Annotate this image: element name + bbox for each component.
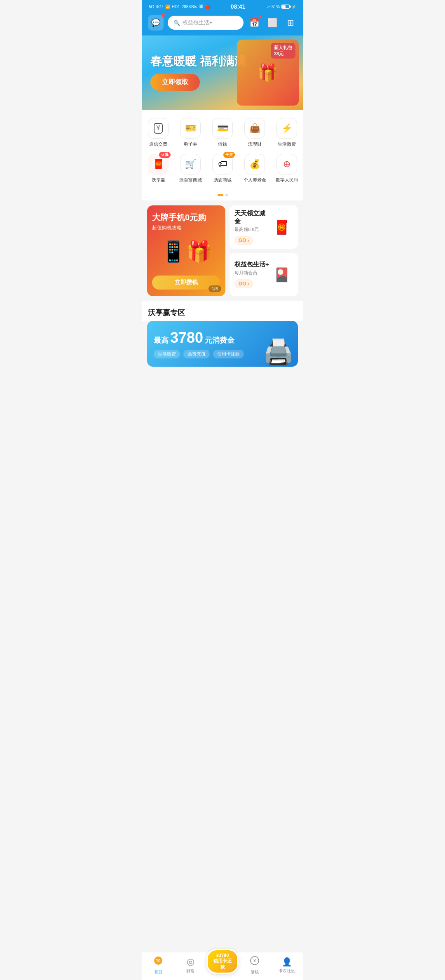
menu-row-2: 火爆 🧧 沃享赢 🛒 沃百富商城 干货 🏷 助农商城 💰 个人养老金 [142,152,303,185]
promo-left-subtitle: 超值购机攻略 [152,224,220,231]
network-4g: 4G⁺ [156,5,163,9]
new-badge-farm: 干货 [223,152,235,158]
menu-label-enjoy: 沃享赢 [152,177,165,183]
chat-button[interactable]: 💬 [148,15,164,31]
loan-icon: 💳 [212,118,233,139]
section-header: 沃享赢专区 [142,301,303,321]
pension-icon: 💰 [244,154,265,174]
header-icons: 📅 ⬜ ⊞ [248,16,297,29]
menu-label-wealth: 沃理财 [248,141,262,147]
gift-amount: 38元 [274,51,283,56]
status-right: ↗ 51% ⚡ [267,5,296,9]
promo-card-1-go[interactable]: GO › [234,236,253,245]
menu-item-mall[interactable]: 🛒 沃百富商城 [174,152,206,185]
search-placeholder: 权益包生活+ [183,19,213,26]
pension-icon-symbol: 💰 [249,159,260,170]
tag-3: 信用卡还款 [213,350,244,358]
gift-badge: 新人礼包 38元 [271,43,295,59]
farm-icon-symbol: 🏷 [218,159,227,170]
banner-claim-button[interactable]: 立即领取 [150,74,200,91]
promo-left-content: 大牌手机0元购 超值购机攻略 [152,212,220,231]
bottom-banner-pretext: 最高 [154,335,169,345]
telecom-icon: ¥ [148,118,169,139]
promo-card-2-text: 权益包生活+ 每月领会员 GO › [234,261,269,288]
status-bar: 5G 4G⁺ 📶 HD1 288KB/s 噱 🔴 08:41 ↗ 51% ⚡ [142,0,303,12]
promo-left-card[interactable]: 大牌手机0元购 超值购机攻略 📱🎁 立即攒钱 1/6 [147,205,225,296]
bottom-banner-unit: 元消费金 [205,335,234,345]
mall-icon-symbol: 🛒 [185,159,196,170]
menu-label-life: 生活缴费 [278,141,296,147]
promo-card-2-image: 🎴 [270,263,293,286]
battery-percent: 51% [272,5,280,9]
menu-label-coupon: 电子券 [184,141,197,147]
menu-item-enjoy[interactable]: 火爆 🧧 沃享赢 [142,152,174,185]
chat-badge [162,14,165,17]
promo-left-image: 📱🎁 [152,240,220,264]
status-left: 5G 4G⁺ 📶 HD1 288KB/s 噱 🔴 [149,4,210,9]
menu-label-digital: 数字人民币 [276,177,298,183]
network-indicator: 5G [149,5,154,9]
search-bar[interactable]: 🔍 权益包生活+ [168,16,244,30]
wealth-icon: 👜 [244,118,265,139]
extra-icon: 🔴 [205,5,210,9]
menu-label-pension: 个人养老金 [244,177,266,183]
calendar-icon-button[interactable]: 📅 [248,16,261,29]
promo-card-2-title: 权益包生活+ [234,261,269,269]
calendar-badge [259,15,262,18]
extra-indicator: 噱 [199,4,203,9]
menu-item-pension[interactable]: 💰 个人养老金 [239,152,271,185]
hd-indicator: HD1 [172,5,180,9]
bottom-banner-amount: 3780 [170,329,203,346]
menu-item-farm[interactable]: 干货 🏷 助农商城 [206,152,239,185]
coupon-icon-symbol: 🎫 [185,123,196,134]
qr-icon-button[interactable]: ⊞ [284,16,297,29]
battery-indicator [281,5,290,9]
menu-item-life[interactable]: ⚡ 生活缴费 [271,116,303,149]
chat-icon: 💬 [151,18,160,27]
app-header: 💬 🔍 权益包生活+ 📅 ⬜ ⊞ [142,12,303,35]
loan-icon-symbol: 💳 [217,123,228,134]
nav-spacer [142,372,303,400]
tag-2: 话费充值 [183,350,210,358]
life-icon: ⚡ [276,118,297,139]
section-title: 沃享赢专区 [148,309,185,317]
bottom-banner-machine-image: 🖨️ [263,337,294,367]
menu-item-coupon[interactable]: 🎫 电子券 [174,116,206,149]
menu-item-loan[interactable]: 💳 借钱 [206,116,239,149]
dot-1 [218,194,223,196]
wifi-icon: ↗ [267,5,270,9]
promo-card-2[interactable]: 权益包生活+ 每月领会员 GO › 🎴 [230,253,298,296]
banner-text-block: 春意暖暖 福利满满 立即领取 [150,54,246,91]
promo-card-1-text: 天天领立减金 最高领8.8元 GO › [234,210,271,245]
gift-label: 新人礼包 [274,45,292,50]
dot-2 [225,194,228,196]
wealth-icon-symbol: 👜 [249,123,260,134]
menu-item-telecom[interactable]: ¥ 通信交费 [142,116,174,149]
life-icon-symbol: ⚡ [281,123,293,134]
enjoy-icon: 火爆 🧧 [148,154,169,174]
promo-card-1-subtitle: 最高领8.8元 [234,226,271,233]
banner-gift-box: 🎁 新人礼包 38元 [237,40,299,106]
mall-icon: 🛒 [180,154,201,174]
menu-label-farm: 助农商城 [213,177,232,183]
promo-card-1[interactable]: 天天领立减金 最高领8.8元 GO › 🧧 [230,205,298,249]
promo-section: 大牌手机0元购 超值购机攻略 📱🎁 立即攒钱 1/6 天天领立减金 最高领8.8… [142,200,303,301]
menu-item-wealth[interactable]: 👜 沃理财 [239,116,271,149]
speed-indicator: 288KB/s [182,5,197,9]
menu-item-digital[interactable]: ⊕ 数字人民币 [271,152,303,185]
bottom-banner[interactable]: 最高 3780 元消费金 生活缴费 话费充值 信用卡还款 🖨️ [147,321,298,367]
scan-icon-button[interactable]: ⬜ [266,16,279,29]
promo-card-2-subtitle: 每月领会员 [234,270,269,276]
scan-icon: ⬜ [267,18,278,28]
farm-icon: 干货 🏷 [212,154,233,174]
promo-card-1-image: 🧧 [271,216,293,238]
promo-card-2-go[interactable]: GO › [234,279,253,288]
menu-label-mall: 沃百富商城 [179,177,202,183]
promo-counter: 1/6 [208,285,221,292]
clock: 08:41 [231,3,246,10]
hot-badge-enjoy: 火爆 [159,152,171,158]
menu-section: ¥ 通信交费 🎫 电子券 💳 借钱 👜 沃理财 ⚡ 生活缴费 [142,110,303,191]
digital-icon-symbol: ⊕ [283,159,290,170]
promo-left-title: 大牌手机0元购 [152,212,220,223]
calendar-icon: 📅 [249,18,260,28]
